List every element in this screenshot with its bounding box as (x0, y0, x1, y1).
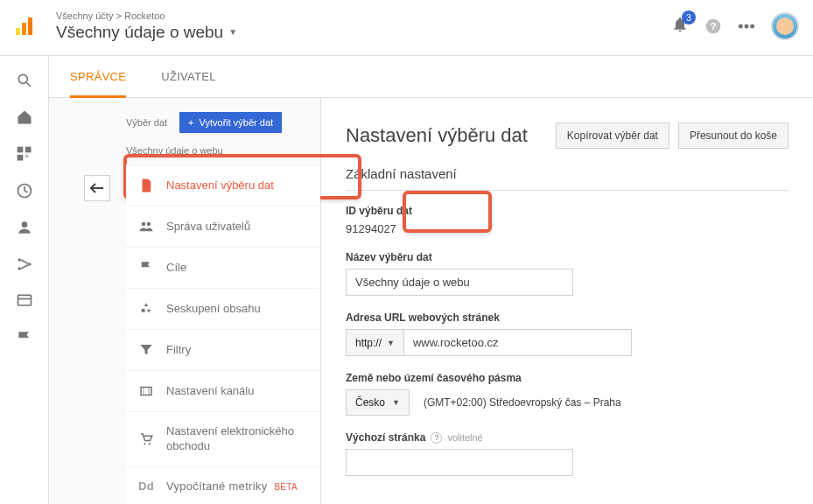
timezone-row: Česko ▼ (GMT+02:00) Středoevropský čas –… (346, 389, 788, 416)
realtime-icon[interactable] (16, 182, 33, 200)
nav-channel-settings[interactable]: Nastavení kanálu (126, 371, 320, 412)
dashboard-icon[interactable] (16, 145, 33, 163)
page-title-text: Všechny údaje o webu (56, 23, 223, 42)
nav-label: Nastavení elektronického obchodu (166, 424, 308, 454)
nav-ecommerce[interactable]: Nastavení elektronického obchodu (126, 412, 320, 467)
breadcrumb-account[interactable]: Rocketoo (124, 10, 165, 21)
dd-icon: Dd (138, 480, 154, 494)
timezone-country-select[interactable]: Česko ▼ (346, 389, 410, 416)
url-block: Adresa URL webových stránek http:// ▼ (346, 312, 788, 356)
protocol-value: http:// (355, 337, 382, 349)
svg-line-22 (20, 265, 27, 269)
nav-label: Vypočítané metriky BETA (166, 480, 298, 494)
back-arrow-icon (90, 183, 104, 193)
chevron-down-icon: ▼ (387, 339, 395, 347)
plus-icon: + (188, 117, 193, 128)
detail-panel: Nastavení výběru dat Kopírovat výběr dat… (320, 98, 813, 504)
url-label: Adresa URL webových stránek (346, 312, 788, 324)
analytics-logo-icon (14, 16, 35, 37)
search-icon[interactable] (16, 72, 33, 89)
svg-point-31 (149, 443, 151, 444)
breadcrumb-sep: > (116, 10, 121, 21)
trash-view-button[interactable]: Přesunout do koše (678, 122, 788, 149)
chevron-down-icon: ▼ (392, 398, 400, 407)
timezone-label: Země nebo území časového pásma (346, 372, 788, 384)
nav-label: Filtry (166, 343, 191, 358)
protocol-select[interactable]: http:// ▼ (346, 329, 404, 356)
nav-view-settings[interactable]: Nastavení výběru dat (126, 165, 320, 206)
help-icon[interactable]: ? (704, 18, 722, 35)
svg-rect-11 (25, 147, 31, 153)
avatar[interactable] (771, 12, 799, 40)
view-id-block: ID výběru dat 91294027 (346, 205, 788, 235)
header-actions: 3 ? (671, 12, 799, 40)
section-header: Výběr dat + Vytvořit výběr dat (84, 112, 320, 140)
layout: SPRÁVCE UŽIVATEL Výběr dat + Vytvořit vý… (0, 56, 813, 504)
help-tooltip-icon[interactable]: ? (431, 432, 442, 444)
svg-line-9 (26, 83, 30, 87)
notifications-button[interactable]: 3 (671, 16, 689, 36)
timezone-block: Země nebo území časového pásma Česko ▼ (… (346, 372, 788, 416)
svg-point-6 (739, 24, 743, 28)
url-row: http:// ▼ (346, 329, 788, 356)
conversions-icon[interactable] (16, 329, 33, 346)
default-page-label-text: Výchozí stránka (346, 431, 425, 444)
svg-rect-13 (25, 155, 27, 158)
nav-filters[interactable]: Filtry (126, 330, 320, 371)
nav-list: Nastavení výběru dat Správa uživatelů Cí… (126, 164, 320, 504)
acquisition-icon[interactable] (16, 256, 33, 273)
back-button[interactable] (84, 175, 110, 201)
tab-admin[interactable]: SPRÁVCE (70, 56, 126, 98)
timezone-desc: (GMT+02:00) Středoevropský čas – Praha (424, 396, 621, 409)
svg-rect-2 (28, 18, 32, 35)
svg-text:?: ? (710, 20, 716, 32)
nav-content-grouping[interactable]: Seskupení obsahu (126, 289, 320, 330)
section-subtitle: Všechny údaje o webu (84, 140, 320, 164)
basic-settings-heading: Základní nastavení (346, 166, 788, 191)
detail-actions: Kopírovat výběr dat Přesunout do koše (556, 122, 788, 149)
nav-label: Nastavení kanálu (166, 384, 254, 399)
nav-label: Seskupení obsahu (166, 302, 261, 317)
view-column: Výběr dat + Vytvořit výběr dat Všechny ú… (49, 98, 320, 504)
nav-calculated-metrics[interactable]: Dd Vypočítané metriky BETA (126, 467, 320, 504)
svg-rect-10 (17, 147, 23, 153)
nav-user-management[interactable]: Správa uživatelů (126, 206, 320, 248)
create-view-button[interactable]: + Vytvořit výběr dat (179, 112, 282, 133)
tab-user[interactable]: UŽIVATEL (161, 56, 216, 98)
copy-view-button[interactable]: Kopírovat výběr dat (556, 122, 669, 149)
breadcrumb-all[interactable]: Všechny účty (56, 10, 113, 21)
svg-rect-27 (141, 388, 151, 396)
left-rail (0, 56, 49, 504)
view-name-label: Název výběru dat (346, 251, 788, 263)
svg-point-18 (18, 258, 20, 261)
svg-point-5 (745, 24, 749, 28)
breadcrumb[interactable]: Všechny účty > Rocketoo (56, 10, 671, 21)
main: SPRÁVCE UŽIVATEL Výběr dat + Vytvořit vý… (49, 56, 813, 504)
feedback-icon[interactable] (738, 18, 755, 35)
detail-title: Nastavení výběru dat (346, 124, 528, 147)
url-input[interactable] (404, 329, 632, 356)
svg-point-17 (21, 221, 27, 228)
svg-line-16 (25, 191, 27, 192)
users-icon (138, 219, 154, 234)
section-label: Výběr dat (126, 117, 167, 128)
svg-point-8 (18, 74, 27, 83)
svg-point-25 (142, 222, 146, 227)
default-page-input[interactable] (346, 449, 573, 476)
timezone-country-value: Česko (355, 396, 385, 409)
grouping-icon (138, 301, 154, 317)
notification-badge: 3 (682, 10, 696, 24)
svg-rect-12 (17, 155, 23, 161)
default-page-block: Výchozí stránka ? volitelné (346, 431, 788, 476)
svg-line-21 (20, 260, 27, 263)
view-selector[interactable]: Všechny údaje o webu ▼ (56, 23, 671, 42)
nav-label: Nastavení výběru dat (166, 178, 274, 193)
behavior-icon[interactable] (16, 292, 33, 310)
nav-goals[interactable]: Cíle (126, 248, 320, 289)
home-icon[interactable] (16, 108, 33, 126)
audience-icon[interactable] (16, 219, 33, 236)
svg-rect-1 (22, 23, 26, 35)
create-view-label: Vytvořit výběr dat (200, 117, 274, 128)
chevron-down-icon: ▼ (228, 27, 237, 37)
view-name-input[interactable] (346, 269, 573, 296)
